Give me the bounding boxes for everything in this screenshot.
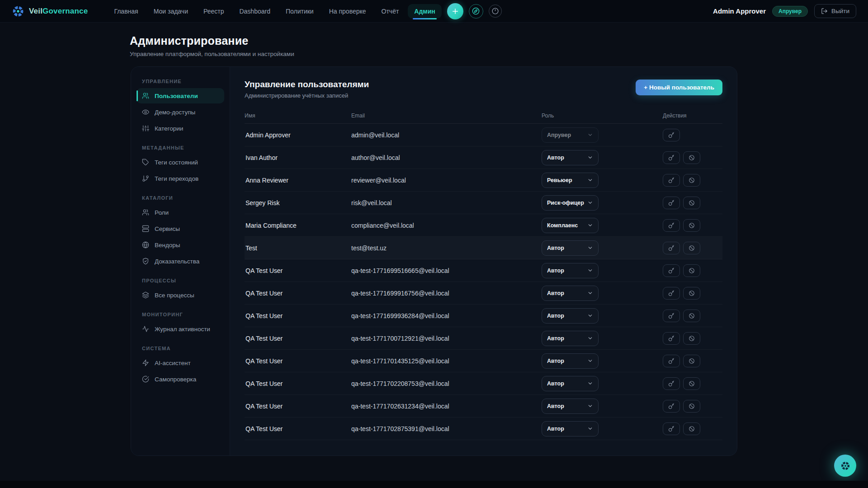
reset-password-button[interactable]: [663, 242, 680, 254]
reset-password-button[interactable]: [663, 400, 680, 413]
role-select[interactable]: Автор: [542, 331, 599, 346]
role-select[interactable]: Автор: [542, 353, 599, 369]
block-user-button[interactable]: [683, 219, 700, 232]
role-select[interactable]: Ревьюер: [542, 173, 599, 188]
reset-password-button[interactable]: [663, 219, 680, 232]
block-user-button[interactable]: [683, 377, 700, 390]
users-icon: [142, 92, 149, 99]
sidebar-item-label: Категории: [155, 125, 183, 132]
sidebar-item-label: Самопроверка: [155, 376, 196, 383]
role-select[interactable]: Автор: [542, 150, 599, 165]
nav-link-на-проверке[interactable]: На проверке: [323, 4, 373, 19]
plus-icon-button[interactable]: [447, 3, 463, 19]
sidebar-item-доказательства[interactable]: Доказательства: [137, 253, 224, 269]
user-role-badge: Апрувер: [772, 6, 808, 17]
role-select[interactable]: Автор: [542, 308, 599, 324]
block-user-button[interactable]: [683, 264, 700, 277]
sidebar-item-категории[interactable]: Категории: [137, 121, 224, 136]
reset-password-button[interactable]: [663, 332, 680, 345]
column-header-actions: Действия: [663, 113, 722, 119]
block-user-button[interactable]: [683, 151, 700, 164]
actions-cell: [663, 174, 722, 187]
role-select[interactable]: Автор: [542, 240, 599, 256]
reset-password-button[interactable]: [663, 422, 680, 435]
sidebar-item-журнал-активности[interactable]: Журнал активности: [137, 321, 224, 337]
nav-link-отчёт[interactable]: Отчёт: [375, 4, 406, 19]
chevron-down-icon: [587, 358, 593, 364]
role-select[interactable]: Автор: [542, 376, 599, 391]
block-user-button[interactable]: [683, 332, 700, 345]
block-user-button[interactable]: [683, 355, 700, 367]
ban-icon: [689, 313, 695, 319]
reset-password-button[interactable]: [663, 287, 680, 300]
sidebar-item-все-процессы[interactable]: Все процессы: [137, 287, 224, 303]
role-select[interactable]: Автор: [542, 263, 599, 278]
layers-icon: [142, 291, 149, 299]
logout-button[interactable]: Выйти: [814, 4, 856, 18]
sidebar-item-теги-переходов[interactable]: Теги переходов: [137, 171, 224, 186]
compass-icon-button[interactable]: [469, 4, 483, 19]
sidebar-item-теги-состояний[interactable]: Теги состояний: [137, 155, 224, 170]
nav-link-реестр[interactable]: Реестр: [197, 4, 231, 19]
nav-right: Admin Approver Апрувер Выйти: [713, 4, 856, 18]
sidebar-item-ai-ассистент[interactable]: AI-ассистент: [137, 355, 224, 371]
sidebar-item-вендоры[interactable]: Вендоры: [137, 237, 224, 253]
block-user-button[interactable]: [683, 287, 700, 300]
table-row: QA Test Userqa-test-1771702875391@veil.l…: [245, 418, 722, 440]
user-email-cell: compliance@veil.local: [351, 222, 542, 229]
reset-password-button[interactable]: [663, 174, 680, 187]
sidebar-item-роли[interactable]: Роли: [137, 205, 224, 220]
key-icon: [668, 380, 675, 387]
reset-password-button[interactable]: [663, 377, 680, 390]
assistant-fab-button[interactable]: [834, 455, 856, 477]
reset-password-button[interactable]: [663, 264, 680, 277]
sidebar-item-сервисы[interactable]: Сервисы: [137, 221, 224, 236]
branch-icon: [142, 175, 149, 182]
nav-link-админ[interactable]: Админ: [408, 4, 441, 19]
user-name-cell: Ivan Author: [245, 154, 351, 161]
reset-password-button[interactable]: [663, 310, 680, 322]
key-icon: [668, 132, 675, 138]
block-user-button[interactable]: [683, 197, 700, 209]
table-row: Anna Reviewerreviewer@veil.localРевьюер: [245, 169, 722, 192]
role-select-value: Комплаенс: [547, 222, 578, 229]
key-icon: [668, 313, 675, 319]
role-select[interactable]: Автор: [542, 421, 599, 436]
nav-link-главная[interactable]: Главная: [108, 4, 144, 19]
block-user-button[interactable]: [683, 310, 700, 322]
reset-password-button[interactable]: [663, 129, 680, 141]
sidebar-section: УПРАВЛЕНИЕПользователиДемо-доступыКатего…: [137, 74, 224, 136]
role-select-value: Автор: [547, 155, 564, 161]
chevron-down-icon: [587, 426, 593, 432]
nav-link-мои-задачи[interactable]: Мои задачи: [147, 4, 194, 19]
block-user-button[interactable]: [683, 242, 700, 254]
new-user-button[interactable]: + Новый пользователь: [636, 80, 722, 95]
role-select[interactable]: Автор: [542, 286, 599, 301]
actions-cell: [663, 422, 722, 435]
sidebar-item-самопроверка[interactable]: Самопроверка: [137, 371, 224, 387]
actions-cell: [663, 310, 722, 322]
chevron-down-icon: [587, 155, 593, 160]
brand[interactable]: VeilGovernance: [12, 5, 88, 18]
role-select[interactable]: Риск-офицер: [542, 195, 599, 211]
nav-link-dashboard[interactable]: Dashboard: [233, 4, 277, 19]
reset-password-button[interactable]: [663, 151, 680, 164]
block-user-button[interactable]: [683, 400, 700, 413]
key-icon: [668, 335, 675, 342]
reset-password-button[interactable]: [663, 355, 680, 367]
top-navbar: VeilGovernance ГлавнаяМои задачиРеестрDa…: [0, 0, 868, 23]
sidebar-item-пользователи[interactable]: Пользователи: [137, 88, 224, 103]
logo-swirl-icon: [12, 5, 24, 18]
block-user-button[interactable]: [683, 422, 700, 435]
clock-icon-button[interactable]: [489, 5, 502, 18]
key-icon: [668, 426, 675, 432]
user-name-cell: Anna Reviewer: [245, 177, 351, 184]
nav-link-политики[interactable]: Политики: [279, 4, 320, 19]
sidebar-item-демо-доступы[interactable]: Демо-доступы: [137, 104, 224, 120]
role-select-value: Автор: [547, 335, 564, 342]
role-select[interactable]: Автор: [542, 399, 599, 414]
role-select[interactable]: Комплаенс: [542, 218, 599, 233]
block-user-button[interactable]: [683, 174, 700, 187]
sidebar-item-label: Теги состояний: [155, 159, 198, 166]
reset-password-button[interactable]: [663, 197, 680, 209]
